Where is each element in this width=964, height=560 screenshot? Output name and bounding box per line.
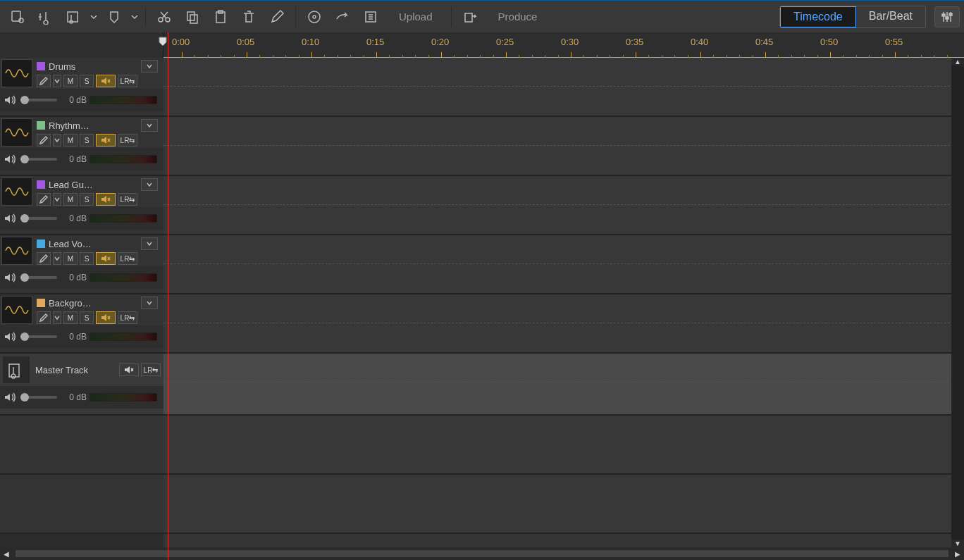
mixer-button[interactable]	[934, 6, 960, 27]
master-speaker-button[interactable]	[119, 363, 139, 376]
scroll-right-arrow[interactable]: ▶	[951, 550, 964, 558]
track-thumbnail[interactable]	[1, 296, 32, 324]
timeline-panel[interactable]	[163, 58, 964, 547]
volume-knob[interactable]	[20, 393, 29, 402]
mute-button[interactable]: M	[63, 252, 78, 265]
vertical-scrollbar[interactable]: ▲ ▼	[951, 58, 964, 547]
channel-lr-button[interactable]: LR⇆	[118, 252, 137, 265]
track-menu-button[interactable]	[141, 60, 158, 73]
timecode-view-button[interactable]: Timecode	[780, 6, 856, 27]
track-name-label[interactable]: Backgro…	[49, 298, 137, 309]
track-automation-dropdown[interactable]	[53, 134, 61, 147]
solo-button[interactable]: S	[80, 75, 94, 87]
disc-button[interactable]	[302, 6, 327, 28]
volume-knob[interactable]	[20, 273, 29, 282]
volume-knob[interactable]	[20, 96, 29, 104]
mute-button[interactable]: M	[63, 193, 78, 206]
marker-dropdown[interactable]	[130, 13, 140, 20]
speaker-button[interactable]	[96, 311, 116, 324]
track-menu-button[interactable]	[141, 237, 158, 250]
barbeat-view-button[interactable]: Bar/Beat	[856, 6, 925, 27]
track-menu-button[interactable]	[141, 119, 158, 132]
track-name-label[interactable]: Lead Gu…	[49, 180, 137, 190]
master-lr-button[interactable]: LR⇆	[141, 363, 161, 376]
horizontal-scrollbar[interactable]: ◀ ▶	[0, 547, 964, 560]
solo-button[interactable]: S	[80, 193, 94, 206]
scroll-down-arrow[interactable]: ▼	[951, 540, 964, 547]
track-thumbnail[interactable]	[1, 59, 32, 87]
volume-knob[interactable]	[20, 214, 29, 223]
track-automation-dropdown[interactable]	[53, 193, 61, 206]
upload-button[interactable]: Upload	[386, 6, 445, 28]
track-name-label[interactable]: Lead Vo…	[49, 239, 137, 249]
channel-lr-button[interactable]: LR⇆	[118, 193, 137, 206]
share-button[interactable]	[330, 6, 355, 28]
track-lane[interactable]	[163, 117, 964, 176]
track-color-swatch[interactable]	[37, 121, 45, 130]
track-lane[interactable]	[163, 58, 964, 117]
track-menu-button[interactable]	[141, 297, 158, 309]
master-track-lane[interactable]	[163, 354, 964, 416]
track-color-swatch[interactable]	[37, 239, 45, 248]
track-automation-dropdown[interactable]	[53, 252, 61, 265]
volume-knob[interactable]	[20, 155, 29, 163]
volume-slider[interactable]	[20, 158, 57, 161]
empty-lane[interactable]	[163, 416, 964, 475]
track-automation-button[interactable]	[37, 311, 51, 324]
track-automation-button[interactable]	[37, 75, 51, 87]
track-thumbnail[interactable]	[1, 118, 32, 147]
empty-lane[interactable]	[163, 475, 964, 534]
track-lane[interactable]	[163, 235, 964, 294]
library-dropdown[interactable]	[89, 13, 99, 20]
speaker-button[interactable]	[96, 134, 116, 147]
cut-button[interactable]	[152, 6, 177, 28]
track-automation-dropdown[interactable]	[53, 311, 61, 324]
mute-button[interactable]: M	[63, 75, 78, 87]
track-automation-dropdown[interactable]	[53, 75, 61, 87]
edit-button[interactable]	[264, 6, 290, 28]
track-name-label[interactable]: Rhythm…	[49, 120, 137, 131]
solo-button[interactable]: S	[80, 252, 94, 265]
mute-button[interactable]: M	[63, 134, 78, 147]
volume-slider[interactable]	[20, 217, 57, 220]
volume-slider[interactable]	[20, 276, 57, 279]
vscroll-track[interactable]	[951, 66, 964, 540]
marker-button[interactable]	[101, 6, 127, 28]
channel-lr-button[interactable]: LR⇆	[118, 75, 137, 87]
produce-button[interactable]: Produce	[486, 6, 550, 28]
track-thumbnail[interactable]	[1, 237, 32, 265]
track-automation-button[interactable]	[37, 252, 51, 265]
paste-button[interactable]	[208, 6, 233, 28]
track-lane[interactable]	[163, 176, 964, 235]
hscroll-thumb[interactable]	[16, 550, 948, 557]
track-automation-button[interactable]	[37, 134, 51, 147]
speaker-button[interactable]	[96, 193, 116, 206]
track-thumbnail[interactable]	[1, 178, 32, 206]
volume-slider[interactable]	[20, 99, 57, 101]
delete-button[interactable]	[236, 6, 261, 28]
track-menu-button[interactable]	[141, 178, 158, 191]
channel-lr-button[interactable]: LR⇆	[118, 134, 137, 147]
scroll-left-arrow[interactable]: ◀	[0, 550, 13, 558]
track-automation-button[interactable]	[37, 193, 51, 206]
ruler-scale[interactable]: 0:000:050:100:150:200:250:300:350:400:45…	[163, 32, 964, 58]
track-name-label[interactable]: Drums	[49, 61, 137, 72]
track-color-swatch[interactable]	[37, 62, 45, 70]
speaker-button[interactable]	[96, 75, 116, 87]
export-icon-button[interactable]	[457, 6, 483, 28]
effects-button[interactable]	[358, 6, 383, 28]
track-lane[interactable]	[163, 294, 964, 354]
master-track-name[interactable]: Master Track	[35, 365, 113, 375]
project-settings-button[interactable]	[4, 6, 30, 28]
speaker-button[interactable]	[96, 252, 116, 265]
hscroll-track[interactable]	[16, 550, 948, 557]
track-color-swatch[interactable]	[37, 299, 45, 307]
volume-slider[interactable]	[20, 335, 57, 338]
mute-button[interactable]: M	[63, 311, 78, 324]
library-button[interactable]	[61, 6, 86, 28]
solo-button[interactable]: S	[80, 134, 94, 147]
master-volume-slider[interactable]	[20, 396, 57, 399]
add-track-button[interactable]	[32, 6, 58, 28]
volume-knob[interactable]	[20, 332, 29, 341]
channel-lr-button[interactable]: LR⇆	[118, 311, 137, 324]
